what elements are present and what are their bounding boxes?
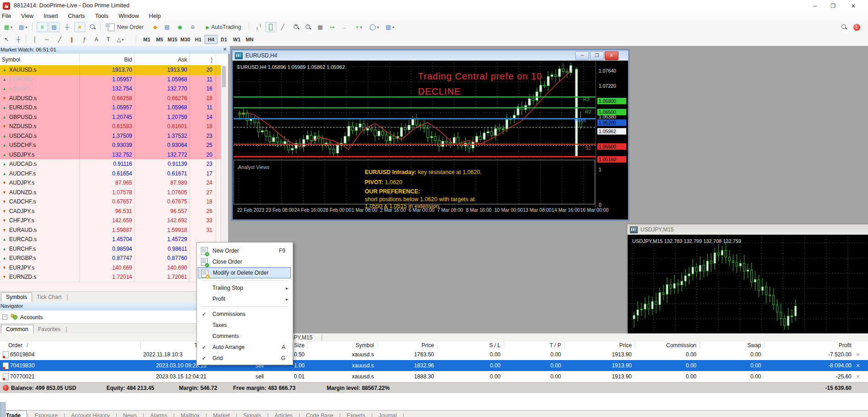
zoom-in-icon[interactable]: + bbox=[290, 22, 301, 32]
fibonacci-tool[interactable]: ƒ bbox=[79, 34, 90, 45]
metaeditor-icon[interactable]: ▤ bbox=[161, 22, 172, 32]
timeframe-h1[interactable]: H1 bbox=[192, 35, 205, 44]
column-symbol[interactable]: Symbol bbox=[2, 54, 75, 65]
market-watch-row[interactable]: ▲USDJPY132.754132.77016 bbox=[0, 84, 221, 94]
market-watch-row[interactable]: ▲GBPUSD.s1.207451.2075914 bbox=[0, 113, 221, 123]
vertical-line-tool[interactable]: │ bbox=[29, 34, 40, 45]
tab-tick-chart[interactable]: Tick Chart bbox=[32, 293, 66, 302]
chart-restore-button[interactable]: ❐ bbox=[590, 51, 604, 60]
line-chart-mode-icon[interactable]: ╱ bbox=[277, 22, 288, 32]
dropdown-arrow-icon[interactable]: ▾ bbox=[11, 25, 12, 29]
profiles-icon[interactable]: ▤▾ bbox=[17, 22, 29, 32]
market-watch-row[interactable]: ▲EURUSD.s1.059571.0596811 bbox=[0, 103, 221, 113]
order-row[interactable]: 707700212023.03.15 12:04:21sell0.01xauus… bbox=[0, 371, 868, 383]
menu-charts[interactable]: Charts bbox=[63, 12, 90, 20]
tile-windows-icon[interactable]: ▦ bbox=[315, 22, 326, 32]
timeframe-h4[interactable]: H4 bbox=[205, 35, 217, 44]
bar-chart-mode-icon[interactable]: ╷╵ bbox=[253, 22, 264, 32]
menu-tools[interactable]: Tools bbox=[90, 12, 113, 20]
text-tool[interactable]: A bbox=[91, 34, 102, 45]
timeframe-m15[interactable]: M15 bbox=[166, 35, 179, 44]
column-spread[interactable]: ! bbox=[189, 54, 212, 65]
signals-icon[interactable]: ◉ bbox=[174, 22, 185, 32]
column-price[interactable]: Price bbox=[361, 342, 434, 349]
scrollbar-thumb[interactable] bbox=[222, 66, 226, 87]
column-swap[interactable]: Swap bbox=[688, 342, 761, 349]
terminal-tab-mailbox[interactable]: Mailbox bbox=[175, 411, 205, 417]
tab-symbols[interactable]: Symbols bbox=[1, 293, 32, 302]
menu-item-new-order[interactable]: +New OrderF9 bbox=[198, 245, 291, 256]
timeframe-m30[interactable]: M30 bbox=[179, 35, 192, 44]
autotrading-button[interactable]: ▶AutoTrading bbox=[200, 22, 247, 32]
menu-item-close-order[interactable]: ✓Close Order bbox=[198, 256, 291, 267]
usdjpy-window-titlebar[interactable]: USDJPY,M15 bbox=[628, 225, 868, 235]
horizontal-line-tool[interactable]: ─ bbox=[41, 34, 52, 45]
market-watch-row[interactable]: ▼AUDNZD.s1.075781.0760527 bbox=[0, 188, 221, 198]
dropdown-arrow-icon[interactable]: ▾ bbox=[122, 38, 124, 42]
close-order-icon[interactable]: ✕ bbox=[853, 360, 862, 371]
periods-icon[interactable]: ▾ bbox=[367, 22, 382, 32]
menu-item-taxes[interactable]: Taxes bbox=[198, 320, 291, 331]
text-label-tool[interactable]: T bbox=[103, 34, 114, 45]
maximize-button[interactable]: ❐ bbox=[824, 0, 842, 12]
market-watch-row[interactable]: ▲EURCHF.s0.985940.98611 bbox=[0, 244, 221, 254]
dropdown-arrow-icon[interactable]: ▾ bbox=[392, 25, 394, 29]
minimize-button[interactable]: ─ bbox=[806, 0, 824, 12]
market-watch-row[interactable]: ▼EURNZD.s1.720141.72061 bbox=[0, 272, 221, 282]
menu-insert[interactable]: Insert bbox=[39, 12, 63, 20]
expert-advisors-icon[interactable]: ◆ bbox=[150, 22, 161, 32]
market-watch-row[interactable]: ▲EURCAD.s1.457041.45729 bbox=[0, 235, 221, 245]
crosshair-tool[interactable]: ┼ bbox=[13, 34, 24, 45]
candlestick-mode-icon[interactable] bbox=[265, 22, 276, 32]
tab-common[interactable]: Common bbox=[1, 325, 33, 334]
eurusd-window-titlebar[interactable]: EURUSD,H4 ─ ❐ ✕ bbox=[233, 51, 628, 61]
dropdown-arrow-icon[interactable]: ▾ bbox=[377, 25, 379, 29]
market-watch-row[interactable]: ▼NZDUSD.s0.615830.6160118 bbox=[0, 122, 221, 132]
column-tp[interactable]: T / P bbox=[488, 342, 561, 349]
dropdown-arrow-icon[interactable]: ▾ bbox=[360, 25, 362, 29]
navigator-header[interactable]: Navigator bbox=[0, 302, 230, 311]
tab-favorites[interactable]: Favorites bbox=[33, 325, 65, 334]
menu-item-auto-arrange[interactable]: ✓Auto ArrangeA bbox=[198, 342, 291, 353]
navigator-item-accounts[interactable]: Accounts bbox=[20, 314, 43, 321]
eurusd-price-axis[interactable]: 1.076401.072201.068001.065001.063801.062… bbox=[595, 62, 627, 213]
notification-badge[interactable]: 1 bbox=[853, 24, 860, 31]
column-commission[interactable]: Commission bbox=[623, 342, 696, 349]
chart-close-button[interactable]: ✕ bbox=[605, 51, 618, 60]
column-price2[interactable]: Price bbox=[558, 342, 632, 349]
menu-file[interactable]: File bbox=[0, 12, 16, 20]
market-watch-row[interactable]: ▼AUDUSD.s0.662580.6627618 bbox=[0, 94, 221, 104]
market-watch-row[interactable]: ▲USDCAD.s1.375091.3753223 bbox=[0, 131, 221, 141]
market-watch-close-icon[interactable]: ✕ bbox=[223, 46, 227, 52]
market-watch-row[interactable]: ▼CADJPY.s96.53196.55726 bbox=[0, 207, 221, 217]
timeframe-w1[interactable]: W1 bbox=[230, 35, 243, 44]
chart-minimize-button[interactable]: ─ bbox=[575, 51, 589, 60]
market-watch-row[interactable]: ▲XAUUSD.s1913.701913.9020 bbox=[0, 65, 221, 75]
data-window-toggle-icon[interactable]: ▤ bbox=[49, 22, 60, 32]
zoom-out-icon[interactable]: − bbox=[302, 22, 313, 32]
column-bid[interactable]: Bid bbox=[77, 54, 132, 65]
timeframe-mn[interactable]: MN bbox=[243, 35, 256, 44]
indicators-icon[interactable]: +▾ bbox=[351, 22, 366, 32]
tree-expand-icon[interactable]: − bbox=[2, 315, 7, 320]
tab-usdjpy-m15[interactable]: PY,M15 bbox=[294, 334, 312, 341]
notifications-button[interactable]: 1 bbox=[851, 22, 862, 32]
menu-view[interactable]: View bbox=[16, 12, 39, 20]
terminal-table-header[interactable]: Order/TimeTypeSizeSymbolPriceS / LT / PP… bbox=[0, 342, 868, 349]
terminal-tab-experts[interactable]: Experts bbox=[341, 411, 371, 417]
order-row[interactable]: 650198042022.11.18 10:30.50xauusd.s1763.… bbox=[0, 349, 868, 361]
usdjpy-chart-window[interactable]: USDJPY,M15 USDJPY,M15 132.783 132.799 13… bbox=[627, 224, 868, 335]
terminal-tab-market[interactable]: Market bbox=[207, 411, 235, 417]
dropdown-arrow-icon[interactable]: ▾ bbox=[25, 25, 27, 29]
shapes-tool[interactable]: △▾ bbox=[115, 34, 126, 45]
column-spread-ask[interactable]: Ask bbox=[132, 54, 187, 65]
market-watch-column-header[interactable]: Symbol Bid Ask ! bbox=[0, 54, 228, 66]
timeframe-m1[interactable]: M1 bbox=[140, 35, 153, 44]
new-chart-icon[interactable]: ▦▾ bbox=[2, 22, 15, 32]
auto-scroll-icon[interactable]: ↦ bbox=[327, 22, 338, 32]
market-watch-toggle-icon[interactable]: ≡ bbox=[37, 22, 48, 32]
menu-window[interactable]: Window bbox=[113, 12, 144, 20]
chart-shift-icon[interactable]: → bbox=[339, 22, 350, 32]
timeframe-d1[interactable]: D1 bbox=[217, 35, 230, 44]
column-profit[interactable]: Profit bbox=[778, 342, 851, 349]
